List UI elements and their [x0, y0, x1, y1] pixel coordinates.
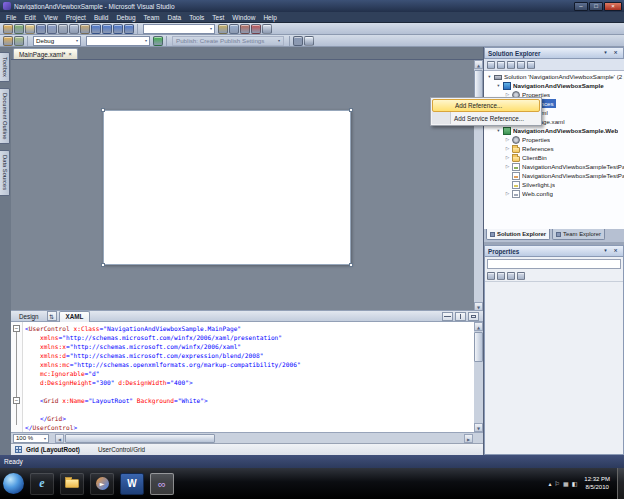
word-icon[interactable]: W: [120, 473, 144, 495]
expander-icon[interactable]: ▷: [504, 164, 511, 169]
tree-item-content[interactable]: NavigationAndViewboxSample.Web: [502, 126, 620, 135]
network-icon[interactable]: ▦: [563, 480, 569, 487]
refresh-icon[interactable]: [507, 61, 515, 69]
fold-toggle-icon[interactable]: −: [13, 397, 20, 404]
expander-icon[interactable]: ▷: [504, 146, 511, 151]
start-page-icon[interactable]: [262, 24, 272, 34]
action-center-flag-icon[interactable]: ⚐: [555, 480, 560, 487]
tree-item-silverlight-js[interactable]: Silverlight.js: [484, 180, 624, 189]
expander-icon[interactable]: ▾: [495, 128, 502, 133]
tree-item-solution-navigationandviewboxsample-2-projects[interactable]: ▾Solution 'NavigationAndViewboxSample' (…: [484, 72, 624, 81]
code-line-1[interactable]: <UserControl x:Class="NavigationAndViewb…: [25, 324, 473, 333]
scroll-up-icon[interactable]: ▲: [474, 60, 483, 69]
code-area[interactable]: <UserControl x:Class="NavigationAndViewb…: [25, 324, 473, 432]
tree-item-web-config[interactable]: ▷Web.config: [484, 189, 624, 198]
context-menu-item-add-service-reference[interactable]: Add Service Reference...: [432, 112, 540, 124]
find-in-files-icon[interactable]: [304, 36, 314, 46]
design-canvas[interactable]: [103, 110, 351, 265]
code-line-6[interactable]: mc:Ignorable="d": [25, 369, 473, 378]
navigate-back-icon[interactable]: [113, 24, 123, 34]
expander-icon[interactable]: ▷: [504, 137, 511, 142]
solution-explorer-icon[interactable]: [218, 24, 228, 34]
copy-icon[interactable]: [69, 24, 79, 34]
save-all-icon[interactable]: [47, 24, 57, 34]
tree-item-content[interactable]: Silverlight.js: [511, 180, 557, 189]
build-solution-icon[interactable]: [293, 36, 303, 46]
tree-item-content[interactable]: NavigationAndViewboxSampleTestPage.html: [511, 171, 624, 180]
add-existing-item-icon[interactable]: [14, 36, 24, 46]
tree-item-navigationandviewboxsample[interactable]: ▾NavigationAndViewboxSample: [484, 81, 624, 90]
design-surface[interactable]: ▲ ▼: [11, 59, 483, 310]
alphabetical-icon[interactable]: [497, 272, 505, 280]
view-code-icon[interactable]: [517, 61, 525, 69]
tree-item-content[interactable]: Web.config: [511, 189, 555, 198]
collapse-pane-icon[interactable]: [468, 312, 479, 321]
tree-item-clientbin[interactable]: ▷ClientBin: [484, 153, 624, 162]
properties-tool-icon[interactable]: [487, 61, 495, 69]
paste-icon[interactable]: [80, 24, 90, 34]
tab-mainpage-xaml[interactable]: MainPage.xaml* ×: [13, 48, 78, 59]
tree-item-properties[interactable]: ▷Properties: [484, 135, 624, 144]
menu-project[interactable]: Project: [62, 12, 90, 23]
menu-debug[interactable]: Debug: [112, 12, 139, 23]
code-line-3[interactable]: xmlns:x="http://schemas.microsoft.com/wi…: [25, 342, 473, 351]
dock-tab-solution-explorer[interactable]: Solution Explorer: [486, 229, 550, 240]
context-menu-item-add-reference[interactable]: Add Reference...: [432, 99, 540, 112]
code-line-10[interactable]: [25, 405, 473, 414]
resize-handle[interactable]: [349, 108, 353, 112]
properties-view-icon[interactable]: [507, 272, 515, 280]
save-icon[interactable]: [36, 24, 46, 34]
tree-item-content[interactable]: NavigationAndViewboxSample: [502, 81, 606, 90]
fold-toggle-icon[interactable]: −: [13, 325, 20, 332]
undo-icon[interactable]: [91, 24, 101, 34]
hidden-icons-icon[interactable]: ▴: [549, 480, 552, 487]
expander-icon[interactable]: ▾: [486, 74, 493, 79]
close-button[interactable]: ×: [604, 2, 622, 11]
new-project-icon[interactable]: [3, 24, 13, 34]
close-icon[interactable]: ×: [611, 49, 620, 57]
tree-item-navigationandviewboxsample-web[interactable]: ▾NavigationAndViewboxSample.Web: [484, 126, 624, 135]
internet-explorer-icon[interactable]: e: [30, 473, 54, 495]
editor-vertical-scrollbar[interactable]: ▲ ▼: [474, 322, 483, 432]
cut-icon[interactable]: [58, 24, 68, 34]
navigate-forward-icon[interactable]: [124, 24, 134, 34]
add-new-item-icon[interactable]: [3, 36, 13, 46]
menu-data[interactable]: Data: [163, 12, 185, 23]
tree-item-navigationandviewboxsampletestpage-html[interactable]: NavigationAndViewboxSampleTestPage.html: [484, 171, 624, 180]
scroll-up-icon[interactable]: ▲: [474, 322, 483, 331]
view-designer-icon[interactable]: [527, 61, 535, 69]
menu-team[interactable]: Team: [140, 12, 164, 23]
tree-item-references[interactable]: ▷References: [484, 144, 624, 153]
publish-combo[interactable]: Publish: Create Publish Settings ▾: [172, 36, 284, 46]
zoom-combo[interactable]: 100 % ▾: [13, 434, 49, 443]
open-file-icon[interactable]: [25, 24, 35, 34]
code-line-2[interactable]: xmlns="http://schemas.microsoft.com/winf…: [25, 333, 473, 342]
start-orb-icon[interactable]: [3, 473, 24, 494]
editor-horizontal-scrollbar[interactable]: ◀ ▶: [55, 434, 473, 443]
events-view-icon[interactable]: [517, 272, 525, 280]
code-line-12[interactable]: </UserControl>: [25, 423, 473, 432]
window-position-icon[interactable]: ▾: [601, 247, 610, 255]
scrollbar-thumb[interactable]: [65, 434, 215, 443]
target-combo[interactable]: ▾: [86, 36, 150, 46]
scroll-right-icon[interactable]: ▶: [464, 434, 473, 443]
menu-build[interactable]: Build: [90, 12, 112, 23]
breadcrumb-selected-element[interactable]: Grid (LayoutRoot): [26, 446, 80, 453]
menu-edit[interactable]: Edit: [20, 12, 39, 23]
xaml-editor[interactable]: −− <UserControl x:Class="NavigationAndVi…: [11, 322, 483, 432]
tree-item-content[interactable]: ClientBin: [511, 153, 549, 162]
menu-window[interactable]: Window: [228, 12, 259, 23]
taskbar-clock[interactable]: 12:32 PM 8/5/2010: [581, 476, 613, 491]
code-line-4[interactable]: xmlns:d="http://schemas.microsoft.com/ex…: [25, 351, 473, 360]
menu-tools[interactable]: Tools: [185, 12, 208, 23]
add-item-icon[interactable]: [14, 24, 24, 34]
horizontal-split-icon[interactable]: [442, 312, 453, 321]
show-desktop-button[interactable]: [617, 468, 624, 499]
start-debugging-icon[interactable]: [153, 36, 163, 46]
scroll-left-icon[interactable]: ◀: [55, 434, 64, 443]
visual-studio-icon[interactable]: ∞: [150, 473, 174, 495]
close-icon[interactable]: ×: [611, 247, 620, 255]
window-position-icon[interactable]: ▾: [601, 49, 610, 57]
object-selector-combo[interactable]: [487, 259, 621, 269]
media-player-icon[interactable]: ►: [90, 473, 114, 495]
